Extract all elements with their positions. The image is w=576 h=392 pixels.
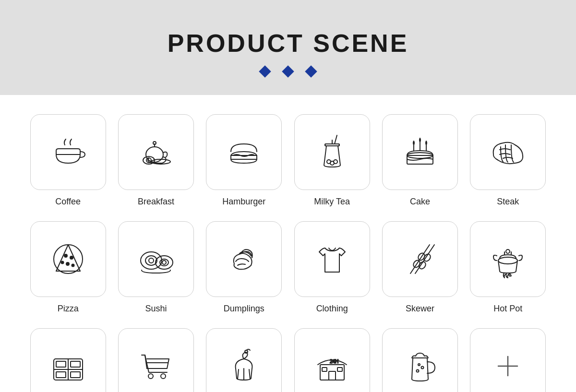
clothing-icon (311, 238, 354, 281)
svg-rect-55 (322, 368, 327, 371)
svg-rect-45 (71, 372, 80, 378)
category-item-convenience[interactable]: 24H Convenience (293, 328, 371, 392)
convenience-icon-box: 24H (294, 328, 370, 392)
sushi-label: Sushi (145, 304, 167, 314)
svg-text:24H: 24H (330, 359, 338, 364)
coffee-icon (47, 131, 90, 174)
svg-point-29 (162, 261, 166, 264)
svg-rect-44 (56, 372, 66, 378)
svg-point-34 (418, 261, 427, 270)
steak-icon (486, 131, 529, 174)
hamburger-icon (222, 131, 265, 174)
svg-point-60 (418, 364, 420, 366)
category-item-beer[interactable]: Beer (381, 328, 459, 392)
hamburger-label: Hamburger (222, 197, 265, 207)
dumplings-icon-box (206, 221, 282, 297)
more-icon (486, 344, 529, 388)
svg-point-19 (64, 254, 67, 257)
coffee-icon-box (30, 114, 106, 190)
svg-point-47 (161, 374, 166, 379)
page-header: PRODUCT SCENE (0, 0, 576, 95)
hot-pot-label: Hot Pot (493, 304, 522, 314)
convenience-icon: 24H (311, 344, 354, 388)
more-icon-box (470, 328, 546, 392)
category-item-hot-pot[interactable]: Hot Pot (469, 221, 547, 314)
svg-point-24 (141, 252, 162, 269)
svg-point-37 (506, 249, 510, 253)
clothing-icon-box (294, 221, 370, 297)
category-item-sushi[interactable]: Sushi (117, 221, 195, 314)
svg-rect-56 (337, 368, 342, 371)
dumplings-label: Dumplings (224, 304, 264, 314)
category-item-steak[interactable]: Steak (469, 114, 547, 207)
breakfast-icon-box (118, 114, 194, 190)
page-title: PRODUCT SCENE (10, 29, 566, 58)
breakfast-icon (134, 131, 178, 174)
sushi-icon-box (118, 221, 194, 297)
svg-rect-43 (71, 361, 80, 367)
svg-point-36 (498, 257, 517, 264)
svg-line-9 (335, 135, 337, 144)
fast-food-icon-box (30, 328, 106, 392)
diamond-icon-3 (305, 65, 317, 77)
dessert-icon-box (206, 328, 282, 392)
fast-food-icon (47, 344, 90, 388)
milky-tea-label: Milky Tea (314, 197, 350, 207)
coffee-label: Coffee (55, 197, 81, 207)
breakfast-label: Breakfast (138, 197, 174, 207)
supermarket-icon-box (118, 328, 194, 392)
category-item-pizza[interactable]: Pizza (29, 221, 107, 314)
svg-rect-53 (320, 365, 344, 380)
category-item-skewer[interactable]: Skewer (381, 221, 459, 314)
category-item-more[interactable]: More (469, 328, 547, 392)
category-grid: Coffee Breakfast (29, 114, 547, 392)
svg-point-18 (54, 245, 83, 273)
beer-icon (398, 344, 442, 388)
svg-point-22 (61, 261, 63, 264)
skewer-icon-box (382, 221, 458, 297)
svg-line-52 (249, 369, 250, 379)
svg-point-27 (156, 256, 173, 269)
milky-tea-icon (311, 131, 354, 174)
decorative-diamonds (10, 67, 566, 76)
hamburger-icon-box (206, 114, 282, 190)
pizza-label: Pizza (58, 304, 79, 314)
category-item-cake[interactable]: Cake (381, 114, 459, 207)
steak-icon-box (470, 114, 546, 190)
svg-point-58 (416, 370, 419, 372)
svg-rect-42 (56, 361, 66, 367)
svg-line-30 (410, 245, 430, 273)
category-item-dumplings[interactable]: Dumplings (205, 221, 283, 314)
svg-point-1 (153, 142, 156, 144)
sushi-icon (134, 238, 178, 281)
svg-point-23 (72, 264, 74, 267)
pizza-icon-box (30, 221, 106, 297)
svg-rect-54 (329, 371, 336, 380)
dessert-icon (222, 344, 265, 388)
category-item-supermarket[interactable]: Supermarket (117, 328, 195, 392)
category-item-milky-tea[interactable]: Milky Tea (293, 114, 371, 207)
svg-point-59 (421, 367, 423, 369)
hot-pot-icon (486, 238, 529, 281)
svg-point-20 (70, 256, 73, 259)
steak-label: Steak (497, 197, 519, 207)
category-item-clothing[interactable]: Clothing (293, 221, 371, 314)
cake-icon-box (382, 114, 458, 190)
category-item-fast-food[interactable]: Fast Food (29, 328, 107, 392)
svg-point-46 (148, 374, 153, 379)
clothing-label: Clothing (316, 304, 348, 314)
category-item-hamburger[interactable]: Hamburger (205, 114, 283, 207)
svg-point-12 (334, 160, 337, 164)
svg-point-26 (149, 258, 154, 263)
dumplings-icon (222, 238, 265, 281)
hot-pot-icon-box (470, 221, 546, 297)
category-item-breakfast[interactable]: Breakfast (117, 114, 195, 207)
category-item-coffee[interactable]: Coffee (29, 114, 107, 207)
category-item-dessert[interactable]: Dessert (205, 328, 283, 392)
cake-icon (398, 131, 442, 174)
diamond-icon-1 (259, 65, 271, 77)
svg-point-21 (66, 262, 69, 265)
pizza-icon (47, 238, 90, 281)
supermarket-icon (134, 344, 178, 388)
skewer-label: Skewer (406, 304, 434, 314)
